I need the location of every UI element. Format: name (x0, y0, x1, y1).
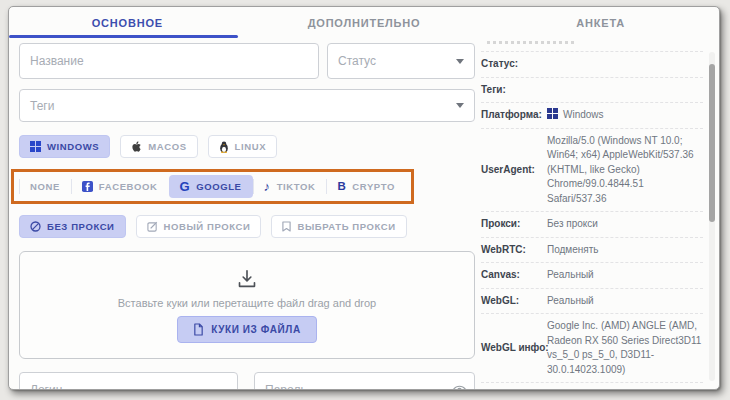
summary-row-status: Статус: (481, 52, 703, 78)
tags-select-placeholder: Теги (30, 99, 54, 113)
scrollbar-track[interactable] (709, 52, 715, 381)
cookies-button-label: КУКИ ИЗ ФАЙЛА (211, 324, 301, 335)
cookies-dropzone[interactable]: Вставьте куки или перетащите файл drag a… (19, 251, 475, 359)
status-select-placeholder: Статус (338, 54, 376, 68)
os-option-linux-label: LINUX (235, 141, 267, 152)
google-icon: G (180, 180, 191, 193)
proxy-option-choose-proxy[interactable]: ВЫБРАТЬ ПРОКСИ (271, 215, 406, 238)
summary-label-useragent: UserAgent: (481, 163, 547, 178)
summary-row-platform: Платформа:Windows (481, 103, 703, 129)
category-option-tiktok[interactable]: ♪TIKTOK (253, 175, 327, 198)
tags-select[interactable]: Теги (19, 89, 475, 122)
file-icon (193, 323, 204, 336)
tab-profile[interactable]: АНКЕТА (482, 7, 719, 38)
profile-form: Статус Теги WINDOWSMACOSLINUX NONEFACEBO… (9, 38, 475, 389)
summary-label-webgl-info: WebGL инфо: (481, 341, 547, 356)
summary-value-webgl: Реальный (547, 294, 594, 309)
windows-icon (30, 141, 41, 152)
proxy-option-no-proxy-label: БЕЗ ПРОКСИ (47, 221, 115, 232)
profile-name-input[interactable] (19, 43, 319, 79)
summary-label-tags: Теги: (481, 83, 547, 98)
tabs: ОСНОВНОЕДОПОЛНИТЕЛЬНОАНКЕТА (9, 7, 719, 38)
os-selector: WINDOWSMACOSLINUX (19, 135, 475, 158)
summary-label-webrtc: WebRTC: (481, 243, 547, 258)
proxy-mode-selector: БЕЗ ПРОКСИНОВЫЙ ПРОКСИВЫБРАТЬ ПРОКСИ (19, 215, 475, 238)
os-option-linux[interactable]: LINUX (208, 135, 278, 158)
eye-icon[interactable] (452, 385, 467, 390)
summary-row-client-rects: Client Rects:Реальный (481, 383, 703, 389)
status-select[interactable]: Статус (327, 43, 475, 79)
proxy-option-new-proxy[interactable]: НОВЫЙ ПРОКСИ (136, 215, 262, 238)
summary-value-proxy: Без прокси (547, 217, 598, 232)
bookmark-icon (282, 221, 291, 232)
profile-editor-window: ОСНОВНОЕДОПОЛНИТЕЛЬНОАНКЕТА Статус Теги … (8, 6, 720, 390)
summary-label-proxy: Прокси: (481, 217, 547, 232)
summary-row-proxy: Прокси:Без прокси (481, 212, 703, 238)
summary-value-platform: Windows (547, 108, 604, 123)
password-input[interactable] (254, 372, 475, 390)
category-option-none[interactable]: NONE (19, 175, 71, 198)
summary-row-webrtc: WebRTC:Подменять (481, 238, 703, 264)
crypto-icon: B (337, 181, 346, 193)
chevron-down-icon (456, 103, 464, 108)
summary-value-useragent: Mozilla/5.0 (Windows NT 10.0; Win64; x64… (547, 134, 703, 207)
tab-main[interactable]: ОСНОВНОЕ (9, 7, 246, 38)
summary-partial-row (481, 38, 703, 52)
scrollbar-thumb[interactable] (709, 64, 715, 222)
category-option-google-label: GOOGLE (196, 181, 241, 192)
summary-row-webgl: WebGL:Реальный (481, 289, 703, 315)
tiktok-icon: ♪ (264, 180, 271, 193)
os-option-macos[interactable]: MACOS (120, 135, 197, 158)
category-option-crypto-label: CRYPTO (352, 181, 395, 192)
summary-value-client-rects: Реальный (547, 388, 594, 389)
summary-rows: Статус:Теги:Платформа:WindowsUserAgent:M… (481, 52, 703, 389)
content: Статус Теги WINDOWSMACOSLINUX NONEFACEBO… (9, 38, 719, 389)
category-option-none-label: NONE (30, 181, 60, 192)
summary-value-canvas: Реальный (547, 268, 594, 283)
summary-value-webrtc: Подменять (547, 243, 599, 258)
summary-label-canvas: Canvas: (481, 268, 547, 283)
cookies-from-file-button[interactable]: КУКИ ИЗ ФАЙЛА (177, 316, 317, 343)
summary-value-webgl-info: Google Inc. (AMD) ANGLE (AMD, Radeon RX … (547, 319, 703, 377)
summary-row-canvas: Canvas:Реальный (481, 263, 703, 289)
block-icon (30, 221, 41, 232)
category-option-facebook[interactable]: FACEBOOK (71, 175, 169, 198)
summary-row-useragent: UserAgent:Mozilla/5.0 (Windows NT 10.0; … (481, 129, 703, 213)
summary-label-status: Статус: (481, 57, 547, 72)
edit-icon (147, 221, 158, 232)
proxy-option-no-proxy[interactable]: БЕЗ ПРОКСИ (19, 215, 126, 238)
chevron-down-icon (456, 59, 464, 64)
os-option-windows-label: WINDOWS (47, 141, 99, 152)
os-option-macos-label: MACOS (148, 141, 186, 152)
login-input[interactable] (19, 372, 238, 390)
proxy-option-new-proxy-label: НОВЫЙ ПРОКСИ (164, 221, 251, 232)
summary-label-platform: Платформа: (481, 108, 547, 123)
apple-icon (131, 141, 142, 153)
summary-panel: Статус:Теги:Платформа:WindowsUserAgent:M… (475, 38, 719, 389)
proxy-option-choose-proxy-label: ВЫБРАТЬ ПРОКСИ (297, 221, 395, 232)
category-option-crypto[interactable]: BCRYPTO (326, 175, 406, 198)
facebook-icon (82, 181, 93, 192)
category-option-google[interactable]: GGOOGLE (169, 175, 253, 198)
summary-label-client-rects: Client Rects: (481, 388, 547, 389)
windows-icon (547, 108, 558, 119)
os-option-windows[interactable]: WINDOWS (19, 135, 110, 158)
summary-row-tags: Теги: (481, 78, 703, 104)
category-selector: NONEFACEBOOKGGOOGLE♪TIKTOKBCRYPTO (19, 175, 406, 198)
cookies-hint: Вставьте куки или перетащите файл drag a… (118, 297, 376, 309)
category-option-tiktok-label: TIKTOK (277, 181, 316, 192)
summary-label-webgl: WebGL: (481, 294, 547, 309)
category-option-facebook-label: FACEBOOK (99, 181, 158, 192)
summary-row-webgl-info: WebGL инфо:Google Inc. (AMD) ANGLE (AMD,… (481, 314, 703, 383)
linux-icon (219, 141, 229, 153)
download-icon (236, 268, 258, 290)
tab-additional[interactable]: ДОПОЛНИТЕЛЬНО (246, 7, 483, 38)
